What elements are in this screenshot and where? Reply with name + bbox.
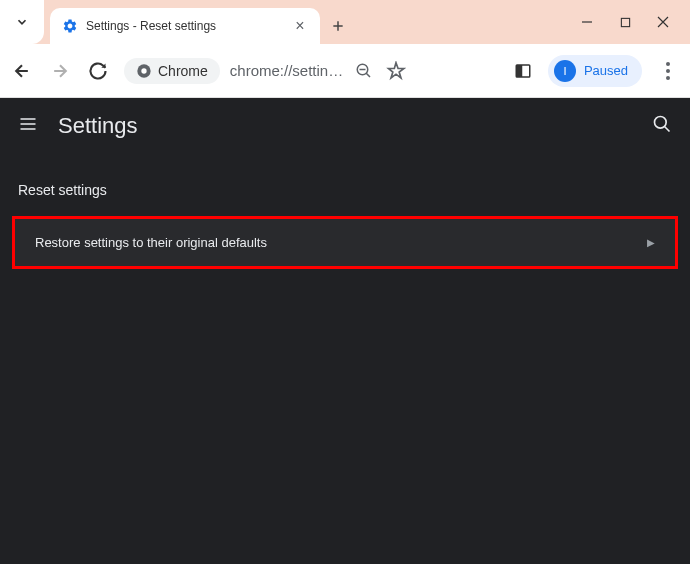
close-icon[interactable]: ×	[292, 18, 308, 34]
back-button[interactable]	[10, 59, 34, 83]
address-bar[interactable]: Chrome chrome://settin…	[124, 58, 498, 84]
tab-search-dropdown[interactable]	[0, 0, 44, 44]
svg-point-7	[666, 69, 670, 73]
forward-button[interactable]	[48, 59, 72, 83]
chevron-down-icon	[15, 15, 29, 29]
window-controls	[560, 0, 690, 44]
svg-rect-5	[516, 65, 522, 77]
url-text: chrome://settin…	[230, 62, 343, 79]
browser-titlebar: Settings - Reset settings ×	[0, 0, 690, 44]
restore-defaults-label: Restore settings to their original defau…	[35, 235, 647, 250]
minimize-button[interactable]	[580, 15, 594, 29]
svg-point-8	[666, 76, 670, 80]
tab-title: Settings - Reset settings	[86, 19, 284, 33]
svg-point-9	[655, 117, 667, 129]
avatar: I	[554, 60, 576, 82]
browser-menu-button[interactable]	[656, 59, 680, 83]
side-panel-icon[interactable]	[512, 60, 534, 82]
hamburger-icon	[18, 114, 38, 134]
chevron-right-icon: ▶	[647, 237, 655, 248]
page-title: Settings	[58, 113, 138, 139]
gear-icon	[62, 18, 78, 34]
plus-icon	[331, 19, 345, 33]
menu-toggle[interactable]	[18, 114, 38, 138]
svg-rect-0	[621, 18, 629, 26]
svg-point-2	[141, 68, 146, 73]
restore-defaults-row[interactable]: Restore settings to their original defau…	[12, 216, 678, 269]
new-tab-button[interactable]	[320, 8, 356, 44]
profile-status: Paused	[584, 63, 628, 78]
maximize-button[interactable]	[618, 15, 632, 29]
browser-toolbar: Chrome chrome://settin… I Paused	[0, 44, 690, 98]
settings-header: Settings	[0, 98, 690, 154]
svg-point-6	[666, 62, 670, 66]
reload-button[interactable]	[86, 59, 110, 83]
kebab-icon	[666, 62, 670, 80]
search-icon	[652, 114, 672, 134]
zoom-icon[interactable]	[353, 60, 375, 82]
close-window-button[interactable]	[656, 15, 670, 29]
chrome-icon	[136, 63, 152, 79]
settings-page: Settings Reset settings Restore settings…	[0, 98, 690, 564]
settings-search-button[interactable]	[652, 114, 672, 138]
browser-tab-active[interactable]: Settings - Reset settings ×	[50, 8, 320, 44]
profile-button[interactable]: I Paused	[548, 55, 642, 87]
bookmark-icon[interactable]	[385, 60, 407, 82]
section-heading: Reset settings	[0, 154, 690, 210]
site-chip[interactable]: Chrome	[124, 58, 220, 84]
site-chip-label: Chrome	[158, 63, 208, 79]
